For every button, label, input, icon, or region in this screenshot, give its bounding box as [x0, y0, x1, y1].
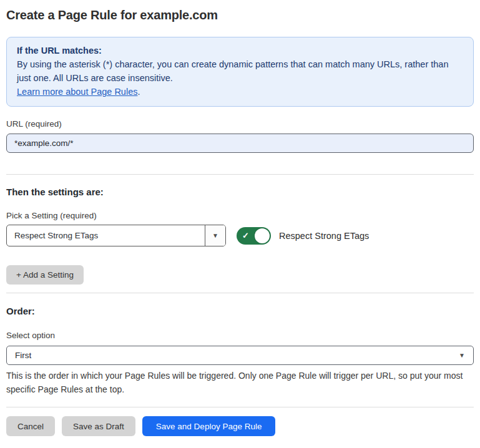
footer-divider [6, 407, 474, 407]
url-input[interactable] [6, 134, 474, 153]
save-as-draft-button[interactable]: Save as Draft [62, 416, 135, 436]
learn-more-link[interactable]: Learn more about Page Rules [17, 87, 137, 97]
url-field-label: URL (required) [6, 119, 474, 129]
chevron-down-icon: ▼ [212, 233, 218, 239]
link-suffix: . [137, 87, 140, 97]
save-and-deploy-button[interactable]: Save and Deploy Page Rule [142, 416, 276, 436]
settings-section-heading: Then the settings are: [6, 187, 474, 198]
order-select-label: Select option [6, 330, 474, 341]
page-title: Create a Page Rule for example.com [6, 7, 474, 22]
info-box-link-line: Learn more about Page Rules. [17, 85, 463, 99]
setting-dropdown-value: Respect Strong ETags [7, 225, 205, 246]
footer-actions: Cancel Save as Draft Save and Deploy Pag… [6, 416, 474, 436]
chevron-down-icon: ▼ [459, 353, 465, 359]
setting-dropdown[interactable]: Respect Strong ETags ▼ [6, 225, 226, 246]
order-select[interactable]: First ▼ [6, 346, 474, 365]
order-help-text: This is the order in which your Page Rul… [6, 369, 474, 396]
page-rule-form: Create a Page Rule for example.com If th… [0, 0, 480, 436]
pick-setting-label: Pick a Setting (required) [6, 210, 474, 221]
setting-row: Respect Strong ETags ▼ ✓ Respect Strong … [6, 225, 474, 246]
order-select-value: First [15, 351, 31, 360]
info-box-body: By using the asterisk (*) character, you… [17, 57, 463, 85]
setting-toggle[interactable]: ✓ [237, 227, 271, 245]
order-section-heading: Order: [6, 306, 474, 317]
section-divider [6, 174, 474, 175]
info-box-heading: If the URL matches: [17, 44, 463, 57]
add-setting-button[interactable]: + Add a Setting [6, 265, 84, 285]
section-divider [6, 293, 474, 293]
setting-dropdown-arrow-button[interactable]: ▼ [205, 225, 225, 246]
cancel-button[interactable]: Cancel [6, 416, 55, 436]
setting-toggle-label: Respect Strong ETags [279, 231, 369, 241]
toggle-knob [255, 228, 270, 243]
check-icon: ✓ [242, 231, 249, 240]
url-match-info-box: If the URL matches: By using the asteris… [6, 37, 474, 107]
